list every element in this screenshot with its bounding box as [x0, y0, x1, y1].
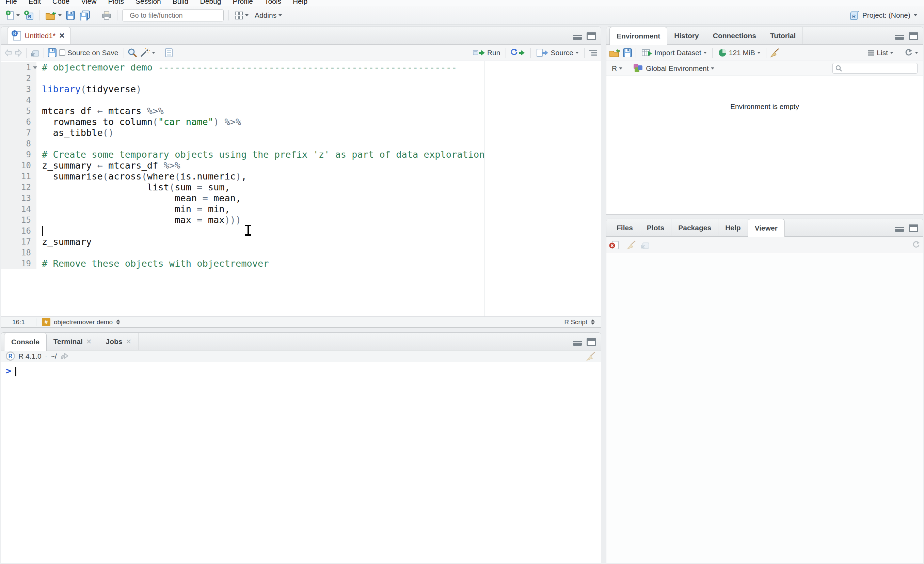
new-file-caret[interactable] [16, 14, 20, 17]
code-line-19[interactable]: 19# Remove these objects with objectremo… [1, 258, 601, 269]
section-navigator-arrows-icon[interactable] [116, 319, 120, 325]
code-line-14[interactable]: 14 min = min, [1, 204, 601, 215]
viewer-tab-plots[interactable]: Plots [640, 219, 671, 236]
compile-report-icon[interactable] [165, 48, 173, 57]
code-line-12[interactable]: 12 list(sum = sum, [1, 182, 601, 193]
console-tab-console[interactable]: Console [4, 333, 46, 351]
environment-tab-environment[interactable]: Environment [609, 27, 667, 45]
import-dataset-button[interactable]: Import Dataset [639, 47, 709, 59]
menu-profile[interactable]: Profile [232, 0, 253, 6]
source-on-save-toggle[interactable]: Source on Save [57, 47, 120, 58]
maximize-pane-icon[interactable] [909, 32, 918, 40]
tab-close-icon[interactable]: ✕ [86, 337, 92, 346]
code-line-6[interactable]: 6 rownames_to_column("car_name") %>% [1, 116, 601, 127]
code-line-7[interactable]: 7 as_tibble() [1, 127, 601, 138]
viewer-tab-help[interactable]: Help [718, 219, 748, 236]
memory-usage-button[interactable]: 121 MiB [716, 47, 763, 59]
code-line-11[interactable]: 11 summarise(across(where(is.numeric), [1, 171, 601, 182]
menu-session[interactable]: Session [135, 0, 161, 6]
file-type-selector[interactable]: R Script [564, 319, 601, 326]
minimize-pane-icon[interactable] [573, 33, 582, 40]
code-line-1[interactable]: 1# objectremover demo ------------------… [1, 62, 601, 73]
addins-button[interactable]: Addins [253, 10, 284, 21]
minimize-pane-icon[interactable] [895, 225, 904, 232]
menu-edit[interactable]: Edit [28, 0, 41, 6]
section-navigator[interactable]: objectremover demo [54, 319, 113, 326]
editor-tab-close-icon[interactable]: ✕ [59, 32, 65, 40]
document-outline-icon[interactable] [588, 49, 598, 57]
refresh-viewer-icon[interactable] [912, 241, 920, 249]
source-button[interactable]: Source [534, 47, 581, 59]
refresh-environment-button[interactable] [903, 47, 920, 58]
code-line-9[interactable]: 9# Create some temporary objects using t… [1, 149, 601, 160]
code-line-8[interactable]: 8 [1, 138, 601, 149]
goto-file-search[interactable] [122, 9, 224, 21]
code-line-4[interactable]: 4 [1, 95, 601, 105]
menu-plots[interactable]: Plots [108, 0, 124, 6]
save-workspace-icon[interactable] [623, 48, 632, 57]
code-line-10[interactable]: 10z_summary ← mtcars_df %>% [1, 160, 601, 171]
code-tools-button[interactable] [138, 46, 157, 59]
clear-console-broom-icon[interactable] [586, 351, 596, 361]
project-menu[interactable]: R Project: (None) [849, 10, 921, 20]
save-button[interactable] [64, 9, 77, 21]
load-workspace-icon[interactable] [609, 48, 620, 57]
code-line-15[interactable]: 15 max = max))) [1, 215, 601, 226]
viewer-tab-viewer[interactable]: Viewer [748, 219, 785, 237]
menu-build[interactable]: Build [172, 0, 189, 6]
minimize-pane-icon[interactable] [895, 33, 904, 40]
print-button[interactable] [99, 9, 114, 21]
code-line-13[interactable]: 13 mean = mean, [1, 193, 601, 204]
list-view-button[interactable]: List [865, 47, 896, 58]
code-line-16[interactable]: 16 [1, 226, 601, 236]
save-icon[interactable] [47, 48, 57, 57]
working-directory[interactable]: ~/ [51, 352, 57, 360]
console-tab-jobs[interactable]: Jobs✕ [99, 333, 139, 350]
viewer-tab-files[interactable]: Files [610, 219, 640, 236]
panes-layout-caret[interactable] [245, 14, 249, 17]
menu-view[interactable]: View [81, 0, 96, 6]
code-line-18[interactable]: 18 [1, 247, 601, 258]
maximize-pane-icon[interactable] [909, 224, 918, 232]
environment-tab-history[interactable]: History [667, 27, 706, 44]
back-icon[interactable] [4, 49, 13, 57]
popout-window-icon[interactable] [30, 48, 40, 57]
minimize-pane-icon[interactable] [573, 339, 582, 346]
environment-tab-connections[interactable]: Connections [706, 27, 763, 44]
environment-search-box[interactable] [832, 63, 918, 74]
goto-file-input[interactable] [130, 12, 220, 20]
run-button[interactable]: Run [471, 47, 502, 58]
forward-icon[interactable] [14, 49, 23, 57]
source-on-save-checkbox[interactable] [59, 50, 65, 56]
code-line-17[interactable]: 17z_summary [1, 236, 601, 247]
maximize-pane-icon[interactable] [586, 32, 596, 40]
rerun-button[interactable] [509, 47, 527, 58]
new-project-button[interactable]: R [22, 9, 36, 22]
console-input-area[interactable]: > [1, 362, 601, 376]
new-file-button[interactable] [3, 9, 22, 22]
popout-viewer-icon[interactable] [640, 240, 650, 250]
environment-tab-tutorial[interactable]: Tutorial [763, 27, 803, 44]
find-replace-icon[interactable] [128, 48, 138, 58]
menu-debug[interactable]: Debug [200, 0, 221, 6]
fold-arrow-icon[interactable] [33, 66, 37, 69]
open-in-files-icon[interactable] [60, 353, 68, 359]
code-line-3[interactable]: 3library(tidyverse) [1, 84, 601, 95]
code-line-2[interactable]: 2 [1, 73, 601, 84]
clear-all-viewer-broom-icon[interactable] [627, 240, 637, 250]
code-editor[interactable]: 1# objectremover demo ------------------… [1, 61, 601, 316]
tab-close-icon[interactable]: ✕ [126, 337, 132, 346]
menu-code[interactable]: Code [52, 0, 69, 6]
console-tab-terminal[interactable]: Terminal✕ [46, 333, 99, 350]
clear-environment-broom-icon[interactable] [770, 48, 780, 58]
menu-help[interactable]: Help [293, 0, 308, 6]
code-line-5[interactable]: 5mtcars_df ← mtcars %>% [1, 105, 601, 116]
maximize-pane-icon[interactable] [586, 338, 596, 346]
scope-selector[interactable]: Global Environment [632, 63, 716, 74]
menu-tools[interactable]: Tools [264, 0, 281, 6]
editor-tab-untitled1[interactable]: Untitled1* ✕ [7, 27, 71, 44]
source-caret[interactable] [575, 52, 579, 54]
panes-layout-button[interactable] [232, 9, 250, 21]
open-file-caret[interactable] [58, 14, 62, 17]
language-selector[interactable]: R [610, 63, 624, 74]
